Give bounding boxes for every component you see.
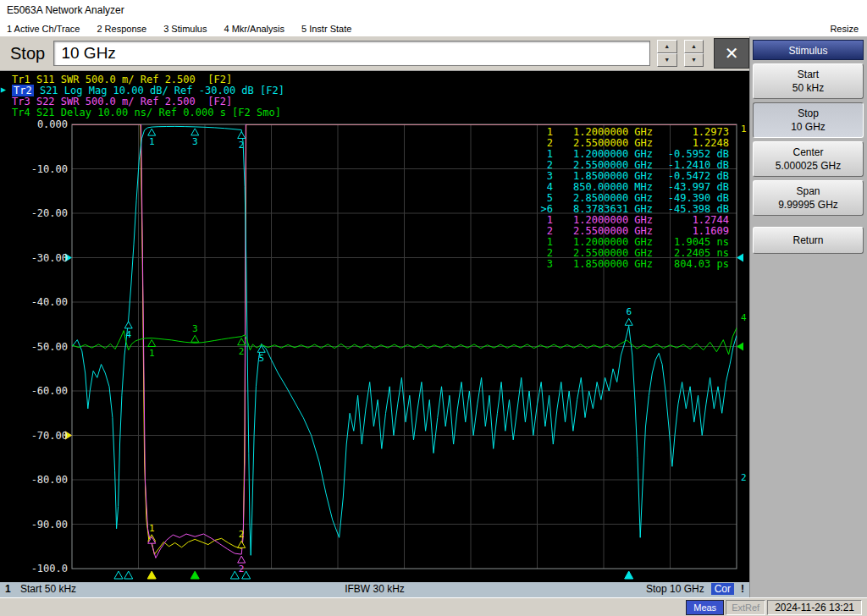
trace-marker-icon xyxy=(625,318,632,325)
marker-number-label: 2 xyxy=(239,346,245,357)
trace-marker-icon xyxy=(191,129,199,135)
window-title: E5063A Network Analyzer xyxy=(0,0,867,21)
y-axis-label: -90.00 xyxy=(0,519,68,531)
trace-status-line[interactable]: ▶Tr2 S21 Log Mag 10.00 dB/ Ref -30.00 dB… xyxy=(0,85,284,96)
trace-marker-icon xyxy=(238,338,246,345)
marker-number-label: 2 xyxy=(239,529,245,540)
axis-marker-icon xyxy=(147,571,156,579)
edge-trace-number: 1 xyxy=(741,124,747,135)
trace-status-line[interactable]: Tr4 S21 Delay 10.00 ns/ Ref 0.000 s [F2 … xyxy=(0,107,281,118)
taskbar: Meas ExtRef 2024-11-26 13:21 xyxy=(0,597,867,616)
alert-icon: ! xyxy=(741,583,744,595)
softkey-menu-title: Stimulus xyxy=(753,40,864,60)
trace-id: Tr4 xyxy=(12,107,30,118)
marker-number-label: 1 xyxy=(149,348,155,359)
menu-item[interactable]: 3 Stimulus xyxy=(163,24,224,34)
entry-close-icon[interactable]: ✕ xyxy=(714,38,749,69)
entry-bar: Stop ▲ ▼ ▲ ▼ ✕ xyxy=(0,36,749,71)
edge-trace-number: 2 xyxy=(741,472,747,483)
trace-marker-icon xyxy=(148,129,156,135)
trace-marker-icon xyxy=(148,340,156,347)
softkey-panel: Stimulus Start50 kHzStop10 GHzCenter5.00… xyxy=(749,36,867,597)
extref-indicator: ExtRef xyxy=(726,600,765,615)
trace-id: Tr3 xyxy=(12,96,30,107)
spin-down-icon[interactable]: ▼ xyxy=(684,53,704,67)
spinner-fine: ▲ ▼ xyxy=(684,40,704,67)
correction-badge: Cor xyxy=(711,583,734,595)
spin-down-icon[interactable]: ▼ xyxy=(657,53,677,67)
menu-bar: 1 Active Ch/Trace2 Response3 Stimulus4 M… xyxy=(0,21,867,36)
trace-format-text: S22 SWR 500.0 m/ Ref 2.500 [F2] xyxy=(30,96,232,107)
trace-id: Tr2 xyxy=(12,85,34,96)
menu-items: 1 Active Ch/Trace2 Response3 Stimulus4 M… xyxy=(7,24,368,34)
spin-up-icon[interactable]: ▲ xyxy=(684,40,704,53)
y-axis-label: -10.00 xyxy=(0,163,68,175)
trace-marker-icon xyxy=(238,556,246,563)
menu-item[interactable]: 4 Mkr/Analysis xyxy=(224,24,301,34)
marker-number-label: 2 xyxy=(239,564,245,575)
instrument-display: 132456122132142 Tr1 S11 SWR 500.0 m/ Ref… xyxy=(0,71,749,582)
marker-number-label: 1 xyxy=(149,136,155,147)
axis-marker-icon xyxy=(230,571,239,579)
marker-number-label: 2 xyxy=(239,140,245,151)
y-axis-label: -70.00 xyxy=(0,430,68,442)
trace-marker-icon xyxy=(124,322,132,328)
trace-format-text: S11 SWR 500.0 m/ Ref 2.500 [F2] xyxy=(30,74,232,85)
marker-number-label: 5 xyxy=(258,353,264,364)
ref-level-arrow-icon xyxy=(737,254,743,262)
trace-status-line[interactable]: Tr3 S22 SWR 500.0 m/ Ref 2.500 [F2] xyxy=(0,96,232,107)
menu-item[interactable]: 1 Active Ch/Trace xyxy=(7,24,97,34)
y-axis-label: -100.0 xyxy=(0,563,68,575)
y-axis-label: -40.00 xyxy=(0,296,68,308)
trace-marker-icon xyxy=(191,335,199,342)
status-ifbw: IFBW 30 kHz xyxy=(0,583,749,595)
status-right: Stop 10 GHz Cor ! xyxy=(646,583,744,595)
menu-item[interactable]: 5 Instr State xyxy=(301,24,368,34)
menu-item[interactable]: 2 Response xyxy=(97,24,163,34)
y-axis-label: -30.00 xyxy=(0,252,68,264)
softkey-center-button[interactable]: Center5.000025 GHz xyxy=(753,141,864,177)
active-trace-icon: ▶ xyxy=(1,85,6,94)
ref-level-arrow-icon xyxy=(737,343,743,351)
marker-number-label: 4 xyxy=(125,329,131,340)
resize-control[interactable]: Resize xyxy=(830,24,867,34)
edge-trace-number: 4 xyxy=(741,312,747,323)
softkey-return-button[interactable]: Return xyxy=(753,227,864,254)
trace-id: Tr1 xyxy=(12,74,30,85)
datetime-display: 2024-11-26 13:21 xyxy=(767,600,862,615)
marker-number-label: 6 xyxy=(626,306,632,317)
axis-marker-icon xyxy=(124,571,133,579)
trace-status-line[interactable]: Tr1 S11 SWR 500.0 m/ Ref 2.500 [F2] xyxy=(0,74,232,85)
meas-indicator[interactable]: Meas xyxy=(686,600,724,615)
marker-number-label: 1 xyxy=(149,523,155,534)
trace-format-text: S21 Delay 10.00 ns/ Ref 0.000 s [F2 Smo] xyxy=(30,107,281,118)
y-axis-label: -80.00 xyxy=(0,474,68,486)
status-stop: Stop 10 GHz xyxy=(646,583,704,595)
trace-format-text: S21 Log Mag 10.00 dB/ Ref -30.00 dB [F2] xyxy=(34,85,284,96)
status-bar: 1 Start 50 kHz IFBW 30 kHz Stop 10 GHz C… xyxy=(0,582,749,597)
marker-number-label: 3 xyxy=(192,136,198,147)
marker-number-label: 3 xyxy=(192,323,198,334)
trace-marker-icon xyxy=(238,541,246,547)
marker-readout-table: 11.2000000 GHz1.297322.5500000 GHz1.2248… xyxy=(531,127,729,270)
spin-up-icon[interactable]: ▲ xyxy=(657,40,677,53)
axis-marker-icon xyxy=(625,571,633,579)
softkey-stop-button[interactable]: Stop10 GHz xyxy=(753,102,864,138)
spinner-coarse: ▲ ▼ xyxy=(657,40,677,67)
y-axis-label: -60.00 xyxy=(0,385,68,397)
softkey-start-button[interactable]: Start50 kHz xyxy=(753,63,864,99)
marker-readout-row: 31.8500000 GHz804.03 ps xyxy=(531,259,729,270)
y-axis-label: -20.00 xyxy=(0,207,68,219)
axis-marker-icon xyxy=(114,571,123,579)
y-axis-label: 0.000 xyxy=(0,118,68,130)
entry-value-input[interactable] xyxy=(53,41,650,66)
trace-marker-icon xyxy=(238,132,246,139)
y-axis-label: -50.00 xyxy=(0,341,68,353)
axis-marker-icon xyxy=(191,571,199,579)
softkey-span-button[interactable]: Span9.99995 GHz xyxy=(753,180,864,216)
entry-field-label: Stop xyxy=(10,44,53,63)
